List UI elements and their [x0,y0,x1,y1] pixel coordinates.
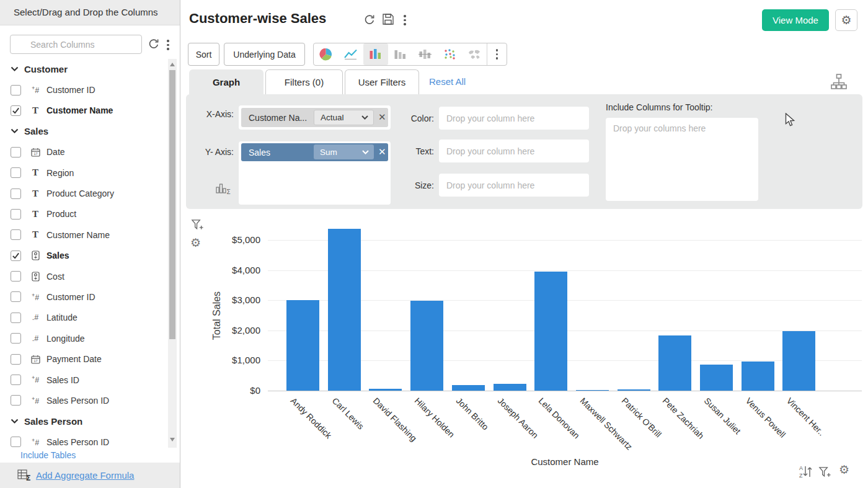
chart-type-map-icon[interactable] [462,43,487,65]
checkbox-unchecked[interactable] [11,85,21,95]
chart-type-stacked-bar-icon[interactable] [388,43,413,65]
checkbox-unchecked[interactable] [11,229,21,240]
checkbox-unchecked[interactable] [11,313,21,323]
column-item-longitude[interactable]: .#Longitude [0,328,168,348]
text-dropzone[interactable]: Drop your column here [439,140,589,162]
chart-type-bar-icon[interactable] [363,43,388,65]
bar-carl-lewis[interactable] [328,229,361,391]
checkbox-checked[interactable] [11,251,21,261]
bar-maxwell-schwartz[interactable] [576,390,609,391]
checkbox-unchecked[interactable] [11,209,21,220]
refresh-columns-icon[interactable] [148,38,160,53]
reset-all-link[interactable]: Reset All [429,69,466,94]
chart-settings-icon[interactable]: ⚙ [190,236,201,250]
text-type-icon: T [32,167,38,178]
refresh-report-icon[interactable] [363,14,376,29]
x-axis-aggregation-select[interactable]: Actual [314,110,374,125]
app-window: Select/Drag and Drop the Columns Custome… [0,0,868,488]
chart-filter-bottom-icon[interactable] [818,466,831,481]
checkbox-unchecked[interactable] [11,189,21,199]
checkbox-unchecked[interactable] [11,167,21,178]
checkbox-unchecked[interactable] [11,147,21,157]
chart-toolbar-more-icon[interactable] [487,43,507,65]
y-tick-label: $5,000 [210,234,260,245]
checkbox-unchecked[interactable] [11,354,21,365]
bar-joseph-aaron[interactable] [494,384,526,391]
column-item-cost[interactable]: Cost [0,266,168,286]
checkbox-unchecked[interactable] [11,291,21,302]
column-label: Payment Date [46,354,102,364]
bar-lela-donovan[interactable] [534,272,567,391]
bar-venus-powell[interactable] [742,362,774,391]
decimal-type-icon: .# [32,334,38,343]
settings-gear-button[interactable]: ⚙ [835,9,857,31]
x-tick-label: Carl Lewis [330,396,366,432]
column-item-customer-id[interactable]: +#Customer ID [0,286,168,307]
chart-type-scatter-icon[interactable] [437,43,462,65]
column-item-region[interactable]: TRegion [0,162,168,183]
chart-type-line-icon[interactable] [339,43,363,65]
sort-button[interactable]: Sort [188,43,219,66]
scroll-down-arrow[interactable] [170,438,175,441]
column-item-payment-date[interactable]: 17Payment Date [0,348,168,369]
section-header-sales[interactable]: Sales [0,121,168,141]
y-axis-aggregation-select[interactable]: Sum [314,144,374,159]
tooltip-dropzone[interactable]: Drop your columns here [606,118,758,201]
size-dropzone[interactable]: Drop your column here [439,174,589,197]
column-item-date[interactable]: 17Date [0,142,168,162]
column-item-sales-person-id[interactable]: +#Sales Person ID [0,432,168,448]
column-item-sales[interactable]: Sales [0,246,168,266]
tab-filters[interactable]: Filters (0) [265,69,343,94]
sidebar-more-menu-icon[interactable] [166,38,170,51]
column-item-customer-id[interactable]: +#Customer ID [0,79,168,100]
checkbox-unchecked[interactable] [11,375,21,385]
color-label: Color: [372,113,434,123]
bar-andy-roddick[interactable] [286,300,319,391]
column-label: Customer Name [46,105,113,115]
tab-user-filters[interactable]: User Filters [345,69,419,94]
checkbox-unchecked[interactable] [11,271,21,282]
chart-type-pos-neg-bar-icon[interactable] [413,43,438,65]
search-input[interactable] [10,35,142,54]
checkbox-unchecked[interactable] [11,333,21,344]
report-more-menu-icon[interactable] [402,14,407,27]
checkbox-unchecked[interactable] [11,395,21,406]
column-label: Cost [46,272,64,282]
chart-type-pie-icon[interactable] [314,43,339,65]
underlying-data-button[interactable]: Underlying Data [224,43,305,66]
color-dropzone[interactable]: Drop your column here [439,107,589,130]
save-icon[interactable] [382,13,394,28]
view-mode-button[interactable]: View Mode [762,9,829,31]
column-item-product-category[interactable]: TProduct Category [0,183,168,203]
hierarchy-icon[interactable] [830,73,848,93]
column-item-customer-name[interactable]: TCustomer Name [0,224,168,245]
bar-david-flashing[interactable] [369,389,402,391]
add-aggregate-formula-link[interactable]: Add Aggregate Formula [36,470,134,481]
x-axis-line [268,391,862,391]
chart-settings-bottom-icon[interactable]: ⚙ [839,463,849,477]
section-header-sales-person[interactable]: Sales Person [0,411,168,432]
include-tables-link[interactable]: Include Tables [0,448,180,463]
chart-filter-icon[interactable] [191,218,204,234]
bar-hilary-holden[interactable] [410,301,443,391]
scrollbar-thumb[interactable] [169,70,175,339]
tab-graph[interactable]: Graph [189,69,264,94]
column-item-customer-name[interactable]: TCustomer Name [0,100,168,121]
column-item-product[interactable]: TProduct [0,204,168,224]
bar-pete-zachriah[interactable] [658,335,691,391]
bar-patrick-o-brill[interactable] [618,389,650,391]
size-label: Size: [372,180,434,190]
checkbox-unchecked[interactable] [11,437,21,447]
sort-az-icon[interactable]: AZ [797,464,813,482]
x-tick-label: Venus Powell [743,396,787,440]
scroll-up-arrow[interactable] [170,63,175,66]
checkbox-checked[interactable] [11,105,21,116]
column-item-sales-person-id[interactable]: +#Sales Person ID [0,390,168,410]
column-item-latitude[interactable]: .#Latitude [0,308,168,328]
bar-vincent-her-[interactable] [782,331,815,391]
bar-john-britto[interactable] [452,385,485,391]
svg-text:17: 17 [33,359,37,363]
bar-susan-juliet[interactable] [700,365,733,391]
column-item-sales-id[interactable]: +#Sales ID [0,370,168,390]
section-header-customer[interactable]: Customer [0,59,168,79]
